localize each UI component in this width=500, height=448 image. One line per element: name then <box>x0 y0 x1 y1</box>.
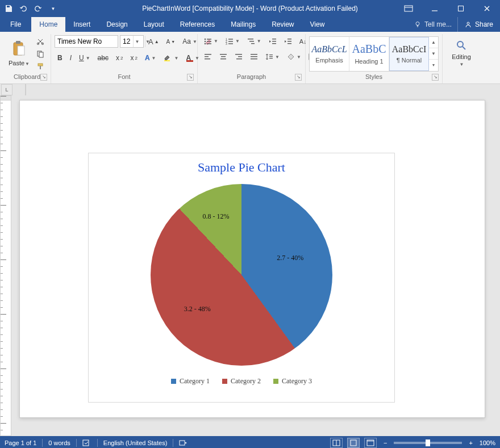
vertical-ruler[interactable] <box>0 95 11 436</box>
paragraph-launcher-icon[interactable]: ↘ <box>295 74 302 81</box>
svg-rect-11 <box>38 64 43 66</box>
view-print-layout-button[interactable] <box>347 438 360 448</box>
zoom-slider[interactable] <box>394 442 462 444</box>
svg-rect-29 <box>272 41 276 41</box>
align-center-button[interactable] <box>216 52 230 62</box>
decrease-indent-button[interactable] <box>266 36 280 47</box>
line-spacing-button[interactable]: ▼ <box>262 52 282 62</box>
align-right-button[interactable] <box>232 52 245 62</box>
justify-button[interactable] <box>247 52 261 62</box>
zoom-out-button[interactable]: − <box>381 439 389 446</box>
font-name-combo[interactable]: ▼ <box>55 35 118 48</box>
style-normal[interactable]: AaBbCcI ¶ Normal <box>389 37 429 71</box>
tab-selector[interactable]: L <box>1 84 13 95</box>
legend-swatch <box>273 379 278 384</box>
ruler-area: L 123456 <box>0 84 500 95</box>
editing-button[interactable]: Editing▼ <box>446 35 477 73</box>
strikethrough-button[interactable]: abc <box>95 52 111 64</box>
cut-button[interactable] <box>34 36 47 47</box>
underline-button[interactable]: U▼ <box>76 52 93 64</box>
status-word-count[interactable]: 0 words <box>48 439 70 446</box>
increase-indent-button[interactable] <box>281 36 295 47</box>
legend-label: Category 3 <box>282 377 312 386</box>
svg-rect-35 <box>205 56 209 57</box>
chevron-down-icon[interactable]: ▼ <box>133 36 141 47</box>
tab-home[interactable]: Home <box>31 17 65 32</box>
svg-rect-14 <box>207 39 211 39</box>
styles-scroll-up-icon[interactable]: ▲ <box>429 37 438 48</box>
multilevel-list-button[interactable]: ▼ <box>244 36 264 47</box>
group-font-label: Font <box>118 73 130 80</box>
styles-scroll-down-icon[interactable]: ▼ <box>429 48 438 59</box>
indent-icon <box>284 38 292 45</box>
styles-gallery[interactable]: AaBbCcL Emphasis AaBbC Heading 1 AaBbCcI… <box>309 36 439 72</box>
style-heading-1[interactable]: AaBbC Heading 1 <box>349 37 389 71</box>
chart-object[interactable]: Sample Pie Chart 2.7 - 40%3.2 - 48%0.8 -… <box>88 153 395 403</box>
styles-launcher-icon[interactable]: ↘ <box>432 74 439 81</box>
status-page[interactable]: Page 1 of 1 <box>5 439 36 446</box>
svg-rect-30 <box>272 43 276 44</box>
ribbon: Paste▼ Clipboard↘ ▼ ▼ A▲ A▼ <box>0 32 500 84</box>
svg-rect-43 <box>251 54 257 55</box>
decrease-font-button[interactable]: A▼ <box>164 37 178 47</box>
view-web-layout-button[interactable] <box>364 438 377 448</box>
legend-item: Category 1 <box>171 377 210 386</box>
tab-review[interactable]: Review <box>264 17 302 32</box>
status-language[interactable]: English (United States) <box>103 439 168 446</box>
svg-rect-6 <box>18 46 24 55</box>
zoom-slider-thumb[interactable] <box>426 439 430 446</box>
highlight-button[interactable]: ▼ <box>160 52 181 64</box>
tab-design[interactable]: Design <box>98 17 135 32</box>
copy-button[interactable] <box>34 48 47 60</box>
tab-layout[interactable]: Layout <box>136 17 172 32</box>
svg-rect-52 <box>180 441 185 445</box>
change-case-button[interactable]: Aa▼ <box>180 36 200 47</box>
redo-icon[interactable] <box>34 5 42 12</box>
tab-mailings[interactable]: Mailings <box>223 17 264 32</box>
macro-recording-icon[interactable] <box>179 439 187 447</box>
font-size-combo[interactable]: ▼ <box>120 35 144 48</box>
font-launcher-icon[interactable]: ↘ <box>187 74 194 81</box>
qat-customize-icon[interactable]: ▼ <box>49 5 57 12</box>
bullets-button[interactable]: ▼ <box>201 36 221 47</box>
styles-expand-icon[interactable]: ▾ <box>429 59 438 70</box>
tab-view[interactable]: View <box>302 17 333 32</box>
zoom-level[interactable]: 100% <box>480 439 495 446</box>
font-size-input[interactable] <box>120 36 133 47</box>
svg-rect-51 <box>83 440 89 446</box>
tell-me-label: Tell me... <box>424 20 452 28</box>
tab-file[interactable]: File <box>0 17 31 32</box>
italic-button[interactable]: I <box>67 52 74 64</box>
tell-me-search[interactable]: Tell me... <box>409 17 457 32</box>
shading-button[interactable]: ▼ <box>284 52 304 62</box>
format-painter-button[interactable] <box>34 61 47 72</box>
document-area[interactable]: Sample Pie Chart 2.7 - 40%3.2 - 48%0.8 -… <box>13 95 500 436</box>
style-emphasis[interactable]: AaBbCcL Emphasis <box>310 37 349 71</box>
paste-button[interactable]: Paste▼ <box>7 35 31 73</box>
share-button[interactable]: Share <box>457 17 500 32</box>
pie-chart: 2.7 - 40%3.2 - 48%0.8 - 12% <box>151 184 332 366</box>
view-read-mode-button[interactable] <box>330 438 343 448</box>
minimize-icon[interactable] <box>422 0 448 17</box>
bold-button[interactable]: B <box>55 52 65 64</box>
numbering-button[interactable]: 123▼ <box>223 36 243 47</box>
increase-font-button[interactable]: A▲ <box>145 36 162 48</box>
svg-rect-33 <box>288 43 291 44</box>
clipboard-launcher-icon[interactable]: ↘ <box>40 74 47 81</box>
tab-references[interactable]: References <box>172 17 223 32</box>
align-left-button[interactable] <box>201 52 215 62</box>
undo-icon[interactable] <box>19 5 27 12</box>
pie-data-label: 0.8 - 12% <box>203 212 230 221</box>
spellcheck-icon[interactable] <box>82 439 91 447</box>
svg-rect-25 <box>248 39 253 39</box>
ribbon-display-options-icon[interactable] <box>395 0 422 17</box>
horizontal-ruler[interactable]: 123456 <box>25 84 26 95</box>
text-effects-button[interactable]: A▼ <box>142 52 159 64</box>
zoom-in-button[interactable]: + <box>466 439 474 446</box>
close-icon[interactable] <box>474 0 500 17</box>
superscript-button[interactable]: x2 <box>127 52 140 64</box>
tab-insert[interactable]: Insert <box>65 17 98 32</box>
save-icon[interactable] <box>5 5 13 12</box>
maximize-icon[interactable] <box>448 0 474 17</box>
subscript-button[interactable]: x2 <box>113 52 126 64</box>
